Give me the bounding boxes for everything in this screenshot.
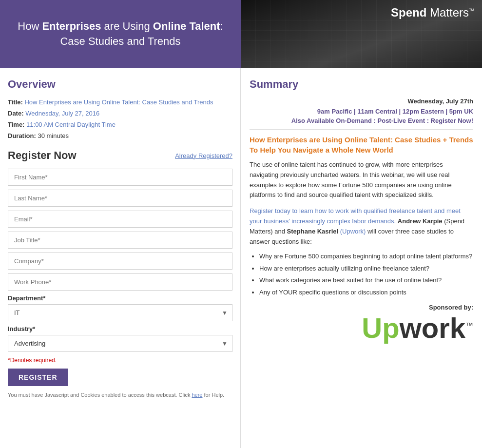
- spend-matters-logo: Spend Matters™: [391, 6, 474, 19]
- date-value: Wednesday, July 27, 2016: [25, 110, 99, 117]
- sponsored-by: Sponsored by:: [250, 304, 473, 311]
- date-label: Date:: [8, 110, 24, 117]
- department-label: Department*: [8, 294, 232, 302]
- bullet-3: What work categories are best suited for…: [259, 275, 473, 285]
- footer-note-start: You must have Javascript and Cookies ena…: [8, 392, 192, 398]
- right-column: Summary Wednesday, July 27th 9am Pacific…: [241, 68, 482, 448]
- article-body: The use of online talent has continued t…: [250, 160, 473, 200]
- author-stephane: Stephane Kasriel: [287, 228, 339, 235]
- summary-times: 9am Pacific | 11am Central | 12pm Easter…: [250, 108, 473, 115]
- date-row: Date: Wednesday, July 27, 2016: [8, 110, 232, 117]
- author-andrew: Andrew Karpie: [398, 217, 443, 225]
- title-row: Title: How Enterprises are Using Online …: [8, 98, 232, 106]
- company-input[interactable]: [8, 253, 232, 270]
- header-title-block: How Enterprises are Using Online Talent:…: [0, 0, 241, 68]
- industry-select[interactable]: Advertising Technology Finance Healthcar…: [8, 335, 232, 352]
- upwork-tm: ™: [465, 321, 473, 330]
- duration-label: Duration:: [8, 132, 36, 139]
- footer-note: You must have Javascript and Cookies ena…: [8, 392, 232, 398]
- article-title: How Enterprises are Using Online Talent:…: [250, 135, 473, 155]
- summary-date: Wednesday, July 27th: [250, 97, 473, 105]
- register-header: Register Now Already Registered?: [8, 149, 232, 162]
- required-note: *Denotes required.: [8, 357, 232, 364]
- last-name-input[interactable]: [8, 190, 232, 207]
- bullet-list: Why are Fortune 500 companies beginning …: [250, 252, 473, 297]
- email-input[interactable]: [8, 211, 232, 228]
- bullet-2: How are enterprises actually utilizing o…: [259, 264, 473, 273]
- title-label: Title:: [8, 98, 23, 106]
- main-content: Overview Title: How Enterprises are Usin…: [0, 68, 482, 448]
- summary-date-block: Wednesday, July 27th: [250, 97, 473, 105]
- register-button[interactable]: REGISTER: [8, 369, 68, 386]
- job-title-input[interactable]: [8, 232, 232, 249]
- duration-value: 30 minutes: [38, 132, 69, 139]
- upwork-up: Up: [362, 314, 399, 342]
- bullet-4: Any of YOUR specific questions or discus…: [259, 288, 473, 297]
- footer-note-end: for Help.: [203, 392, 225, 398]
- article-body-mixed: Register today to learn how to work with…: [250, 206, 473, 247]
- header: How Enterprises are Using Online Talent:…: [0, 0, 482, 68]
- summary-ondemand: Also Available On-Demand : Post-Live Eve…: [250, 117, 473, 124]
- register-now-title: Register Now: [8, 149, 77, 162]
- sponsored-block: Sponsored by: Upwork™: [250, 304, 473, 342]
- upwork-work: work™: [400, 314, 473, 342]
- industry-select-wrapper: Advertising Technology Finance Healthcar…: [8, 335, 232, 352]
- upwork-logo: Upwork™: [250, 314, 473, 342]
- left-column: Overview Title: How Enterprises are Usin…: [0, 68, 241, 448]
- title-value: How Enterprises are Using Online Talent:…: [24, 98, 213, 106]
- summary-title: Summary: [250, 78, 473, 91]
- industry-label: Industry*: [8, 325, 232, 332]
- summary-divider: [250, 129, 473, 130]
- first-name-input[interactable]: [8, 169, 232, 186]
- time-value: 11:00 AM Central Daylight Time: [26, 121, 116, 128]
- work-phone-input[interactable]: [8, 273, 232, 291]
- time-row: Time: 11:00 AM Central Daylight Time: [8, 121, 232, 128]
- bullet-1: Why are Fortune 500 companies beginning …: [259, 252, 473, 261]
- header-logo-block: Spend Matters™: [241, 0, 482, 68]
- duration-row: Duration: 30 minutes: [8, 132, 232, 139]
- time-label: Time:: [8, 121, 24, 128]
- article-upwork-ref: (Upwork): [338, 228, 366, 235]
- department-select-wrapper: IT Marketing HR Finance Operations Sales…: [8, 304, 232, 321]
- overview-title: Overview: [8, 78, 232, 91]
- department-select[interactable]: IT Marketing HR Finance Operations Sales…: [8, 304, 232, 321]
- already-registered-link[interactable]: Already Registered?: [175, 152, 232, 159]
- help-link[interactable]: here: [192, 392, 202, 398]
- webinar-title: How Enterprises are Using Online Talent:…: [18, 19, 223, 49]
